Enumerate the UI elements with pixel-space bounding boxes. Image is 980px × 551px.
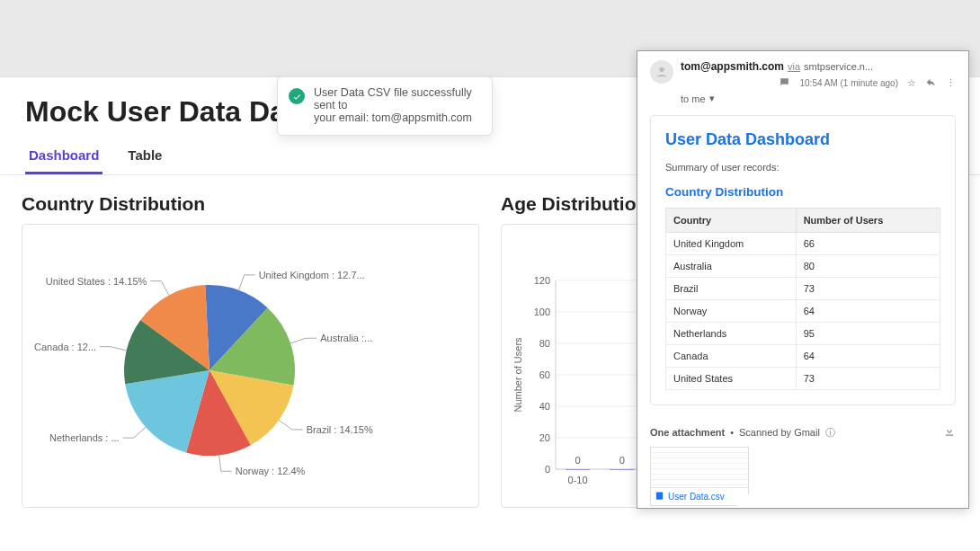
- svg-line-6: [219, 455, 221, 471]
- info-icon[interactable]: ⓘ: [825, 426, 835, 440]
- table-row: Canada64: [666, 345, 940, 368]
- table-row: Australia80: [666, 255, 940, 278]
- table-row: Norway64: [666, 300, 940, 323]
- svg-text:20: 20: [539, 432, 550, 443]
- attachment-thumbnail[interactable]: User Data.csv: [650, 447, 749, 506]
- svg-line-4: [279, 420, 292, 430]
- pie-label: United States : 14.15%: [46, 276, 147, 287]
- email-via-domain: smtpservice.n...: [804, 61, 873, 72]
- toast-line1: User Data CSV file successfully sent to: [314, 86, 477, 111]
- svg-line-8: [134, 427, 146, 438]
- pie-label: Brazil : 14.15%: [307, 424, 373, 435]
- more-icon[interactable]: ⋮: [946, 77, 956, 89]
- svg-text:80: 80: [539, 338, 550, 349]
- toast-text: User Data CSV file successfully sent to …: [314, 86, 477, 124]
- reply-icon[interactable]: [925, 76, 937, 90]
- chat-icon[interactable]: [779, 76, 790, 90]
- svg-point-50: [659, 67, 664, 72]
- chevron-down-icon[interactable]: ▾: [709, 93, 715, 104]
- table-row: United States73: [666, 368, 940, 390]
- email-body: User Data Dashboard Summary of user reco…: [650, 115, 956, 405]
- table-row: Netherlands95: [666, 323, 940, 345]
- pie-label: Australia :...: [320, 333, 372, 343]
- svg-line-10: [111, 347, 127, 351]
- attachment-row: One attachment • Scanned by Gmail ⓘ: [650, 425, 956, 440]
- tab-table[interactable]: Table: [124, 138, 165, 174]
- email-to: to me: [681, 93, 706, 104]
- pie-column: Country Distribution United Kingdom : 12…: [22, 193, 479, 508]
- svg-text:0: 0: [575, 455, 581, 466]
- svg-rect-35: [610, 469, 634, 470]
- email-from: tom@appsmith.com: [681, 60, 784, 73]
- svg-text:100: 100: [534, 307, 550, 317]
- pie-chart-card: United Kingdom : 12.7...Australia :...Br…: [22, 224, 479, 508]
- pie-label: Canada : 12...: [34, 342, 96, 352]
- email-summary: Summary of user records:: [665, 162, 940, 173]
- attachment-count: One attachment: [650, 427, 725, 438]
- tab-dashboard[interactable]: Dashboard: [25, 138, 102, 174]
- svg-rect-51: [656, 492, 663, 499]
- svg-text:Number of Users: Number of Users: [512, 337, 523, 413]
- email-title: User Data Dashboard: [665, 130, 940, 149]
- svg-line-2: [290, 338, 306, 343]
- check-icon: [289, 88, 305, 104]
- svg-rect-32: [566, 469, 590, 470]
- star-icon[interactable]: ☆: [907, 77, 916, 89]
- file-icon: [655, 491, 664, 502]
- pie-label: Norway : 12.4%: [236, 466, 306, 476]
- email-via-word: via: [788, 61, 800, 72]
- success-toast: User Data CSV file successfully sent to …: [277, 76, 493, 136]
- toast-line2: your email: tom@appsmith.com: [314, 111, 477, 124]
- pie-label: Netherlands : ...: [49, 432, 120, 443]
- svg-text:60: 60: [539, 369, 550, 380]
- country-table: CountryNumber of Users United Kingdom66A…: [665, 208, 940, 390]
- table-header: Country: [666, 209, 797, 233]
- download-all-icon[interactable]: [943, 425, 956, 440]
- email-time: 10:54 AM (1 minute ago): [799, 78, 898, 88]
- attachment-filename: User Data.csv: [668, 492, 725, 502]
- svg-text:0: 0: [545, 464, 550, 475]
- scanned-label: Scanned by Gmail: [739, 427, 820, 438]
- table-row: United Kingdom66: [666, 233, 940, 255]
- avatar: [650, 60, 673, 84]
- svg-text:0: 0: [619, 455, 625, 466]
- table-header: Number of Users: [796, 209, 940, 233]
- svg-line-0: [239, 275, 245, 290]
- svg-text:0-10: 0-10: [568, 475, 588, 485]
- svg-line-12: [161, 281, 169, 296]
- pie-chart: United Kingdom : 12.7...Australia :...Br…: [30, 236, 389, 496]
- svg-text:40: 40: [539, 401, 550, 412]
- svg-text:120: 120: [534, 275, 550, 286]
- email-preview: tom@appsmith.com via smtpservice.n... 10…: [637, 50, 969, 509]
- pie-label: United Kingdom : 12.7...: [259, 270, 365, 280]
- email-header: tom@appsmith.com via smtpservice.n... 10…: [650, 60, 956, 104]
- email-section-title: Country Distribution: [665, 185, 940, 199]
- table-row: Brazil73: [666, 278, 940, 300]
- pie-chart-title: Country Distribution: [22, 193, 479, 215]
